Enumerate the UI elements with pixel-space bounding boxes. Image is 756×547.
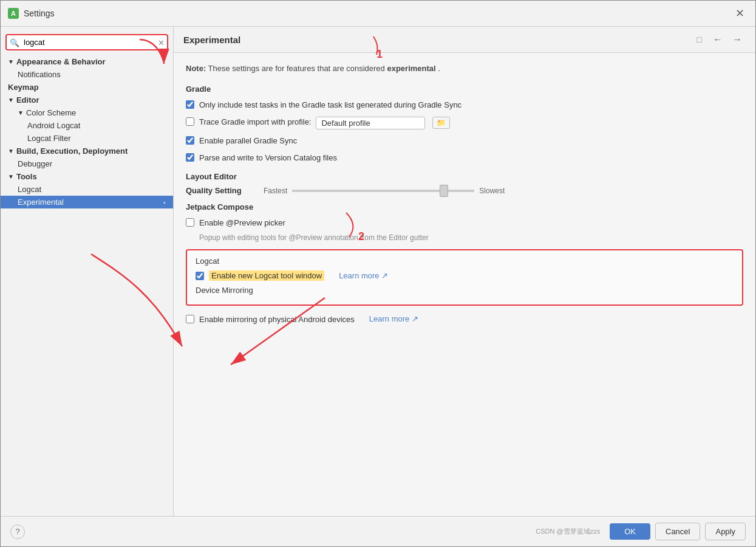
window-title: Settings xyxy=(24,9,55,18)
setting-row: Parse and write to Version Catalog files xyxy=(186,151,743,165)
panel-body: Note: These settings are for features th… xyxy=(174,53,755,516)
bottom-bar: ? CSDN @雪芽蓝域zzs OK Cancel Apply xyxy=(1,516,755,546)
folder-button[interactable]: 📁 xyxy=(432,117,450,129)
device-mirroring-row: Enable mirroring of physical Android dev… xyxy=(186,313,743,326)
quality-row: Quality Setting Fastest Slowest xyxy=(186,186,743,195)
search-box: 🔍 ✕ xyxy=(5,34,168,50)
logcat-section-title: Logcat xyxy=(196,256,734,266)
back-button[interactable]: ← xyxy=(709,33,726,46)
enable-mirroring-label: Enable mirroring of physical Android dev… xyxy=(199,314,355,325)
gradle-section-title: Gradle xyxy=(186,84,743,94)
pin-icon: ▪ xyxy=(163,199,166,206)
sidebar-item-keymap[interactable]: Keymap xyxy=(1,81,173,94)
forward-button[interactable]: → xyxy=(729,33,746,46)
chevron-down-icon: ▼ xyxy=(8,58,14,65)
sidebar-item-color-scheme[interactable]: ▼ Color Scheme xyxy=(1,106,173,119)
quality-section-title: Quality Setting xyxy=(186,186,259,195)
slider-max-label: Slowest xyxy=(479,187,505,195)
sidebar-item-label: Build, Execution, Deployment xyxy=(16,146,128,156)
parallel-gradle-checkbox[interactable] xyxy=(186,136,194,145)
chevron-down-icon: ▼ xyxy=(8,148,14,154)
chevron-down-icon: ▼ xyxy=(8,97,14,103)
sidebar-item-label: Debugger xyxy=(18,159,52,168)
pin-panel-button[interactable]: □ xyxy=(697,35,702,44)
search-clear-button[interactable]: ✕ xyxy=(158,38,165,47)
logcat-section: Logcat Enable new Logcat tool window Lea… xyxy=(186,249,743,306)
sidebar-item-build[interactable]: ▼ Build, Execution, Deployment xyxy=(1,145,173,157)
sidebar-item-label: Android Logcat xyxy=(27,121,80,130)
logcat-checkbox-row: Enable new Logcat tool window Learn more… xyxy=(196,270,734,281)
gradle-test-tasks-label: Only include test tasks in the Gradle ta… xyxy=(199,100,461,111)
jetpack-section-title: Jetpack Compose xyxy=(186,202,743,212)
note-box: Note: These settings are for features th… xyxy=(186,63,743,75)
sidebar-item-label: Logcat Filter xyxy=(27,134,71,143)
ok-button[interactable]: OK xyxy=(610,523,650,540)
help-button[interactable]: ? xyxy=(10,525,25,539)
note-prefix: Note: xyxy=(186,64,206,73)
watermark: CSDN @雪芽蓝域zzs xyxy=(536,527,600,536)
close-button[interactable]: ✕ xyxy=(732,5,748,21)
setting-row: Trace Gradle import with profile: Defaul… xyxy=(186,115,743,131)
note-bold: experimental xyxy=(387,64,435,73)
search-icon: 🔍 xyxy=(10,38,19,47)
setting-row: Only include test tasks in the Gradle ta… xyxy=(186,98,743,112)
preview-picker-label: Enable @Preview picker xyxy=(199,218,285,229)
device-mirroring-learn-more-link[interactable]: Learn more ↗ xyxy=(369,314,418,323)
sidebar-item-android-logcat[interactable]: Android Logcat xyxy=(1,119,173,132)
sidebar-item-debugger[interactable]: Debugger xyxy=(1,157,173,170)
sidebar-item-label: Tools xyxy=(16,172,37,181)
right-panel: Experimental □ ← → Note: These settings … xyxy=(174,27,755,516)
sidebar-item-logcat[interactable]: Logcat xyxy=(1,183,173,196)
apply-button[interactable]: Apply xyxy=(705,523,746,540)
panel-header: Experimental □ ← → xyxy=(174,27,755,53)
logcat-learn-more-link[interactable]: Learn more ↗ xyxy=(339,271,388,280)
preview-picker-checkbox[interactable] xyxy=(186,218,194,227)
sidebar-item-label: Color Scheme xyxy=(26,108,76,117)
trace-gradle-label: Trace Gradle import with profile: xyxy=(199,117,311,128)
note-text: These settings are for features that are… xyxy=(208,64,387,73)
chevron-down-icon: ▼ xyxy=(18,109,24,116)
sidebar-item-label: Editor xyxy=(16,95,39,105)
device-mirroring-title: Device Mirroring xyxy=(196,286,734,295)
new-logcat-checkbox[interactable] xyxy=(196,272,204,280)
sidebar-item-label: Logcat xyxy=(18,185,41,194)
popup-text: Popup with editing tools for @Preview an… xyxy=(199,233,743,242)
sidebar-item-logcat-filter[interactable]: Logcat Filter xyxy=(1,132,173,145)
setting-row: Enable @Preview picker xyxy=(186,216,743,230)
sidebar-item-label: Experimental xyxy=(18,198,64,207)
title-bar: A Settings ✕ xyxy=(1,1,755,27)
panel-title: Experimental xyxy=(183,35,240,45)
sidebar: 🔍 ✕ ▼ Appearance & Behavior Notification… xyxy=(1,27,174,516)
quality-slider[interactable] xyxy=(292,190,474,192)
sidebar-item-editor[interactable]: ▼ Editor xyxy=(1,94,173,106)
trace-gradle-checkbox[interactable] xyxy=(186,117,194,126)
parallel-gradle-label: Enable parallel Gradle Sync xyxy=(199,136,297,146)
version-catalog-label: Parse and write to Version Catalog files xyxy=(199,153,337,163)
enable-mirroring-checkbox[interactable] xyxy=(186,315,194,323)
setting-row: Enable parallel Gradle Sync xyxy=(186,134,743,148)
slider-min-label: Fastest xyxy=(264,187,287,195)
bottom-right: CSDN @雪芽蓝域zzs OK Cancel Apply xyxy=(536,523,746,540)
app-icon: A xyxy=(8,8,19,19)
sidebar-item-tools[interactable]: ▼ Tools xyxy=(1,170,173,183)
default-profile-dropdown[interactable]: Default profile xyxy=(316,117,425,129)
sidebar-item-label: Appearance & Behavior xyxy=(16,57,106,66)
version-catalog-checkbox[interactable] xyxy=(186,153,194,162)
sidebar-item-notifications[interactable]: Notifications xyxy=(1,68,173,81)
sidebar-item-experimental[interactable]: Experimental ▪ xyxy=(1,196,173,208)
new-logcat-label: Enable new Logcat tool window xyxy=(209,270,324,281)
sidebar-item-label: Notifications xyxy=(18,70,61,79)
note-suffix: . xyxy=(438,64,440,73)
sidebar-item-label: Keymap xyxy=(8,83,39,92)
search-input[interactable] xyxy=(5,34,168,50)
layout-editor-section-title: Layout Editor xyxy=(186,172,743,181)
quality-slider-container: Fastest Slowest xyxy=(264,187,743,195)
chevron-down-icon: ▼ xyxy=(8,173,14,180)
gradle-test-tasks-checkbox[interactable] xyxy=(186,100,194,109)
sidebar-item-appearance[interactable]: ▼ Appearance & Behavior xyxy=(1,55,173,68)
cancel-button[interactable]: Cancel xyxy=(655,523,700,540)
